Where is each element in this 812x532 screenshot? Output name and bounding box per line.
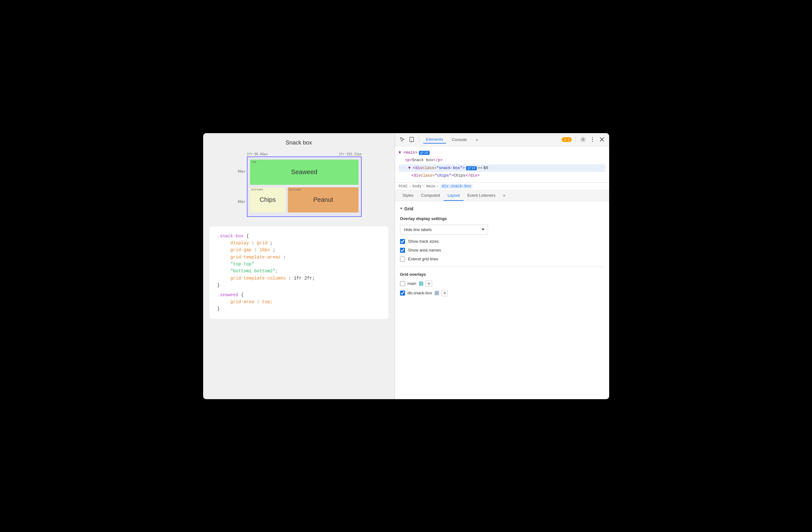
show-track-sizes-row: Show track sizes [400,239,604,244]
grid-section-header[interactable]: Grid [400,206,604,211]
tab-styles[interactable]: Styles [399,191,417,201]
code-line-9: .seaweed { [217,292,380,298]
tab-more-panels[interactable]: » [499,191,509,201]
show-track-sizes-label: Show track sizes [408,239,439,244]
code-line-4: grid-template-areas : [217,254,380,261]
overlay-settings-title: Overlay display settings [400,216,604,221]
tab-console[interactable]: Console [449,136,470,143]
grid-cell-bottom1: bottom1 Chips [250,187,285,212]
code-class2: .seaweed [217,292,238,297]
show-area-names-row: Show area names [400,248,604,253]
overlay-main-label: main [408,281,416,286]
breadcrumb-snackbox[interactable]: div.snack-box [440,184,473,189]
tab-elements[interactable]: Elements [423,136,446,143]
code-line-2: display : grid ; [217,240,380,247]
area-label-top: top [251,160,256,163]
extend-grid-lines-checkbox[interactable] [400,256,405,262]
overlay-snackbox-row: div.snack-box ⊞ [400,290,604,296]
dom-line-main: ▼ <main> grid [399,149,605,157]
grid-collapse-icon [400,208,403,209]
overlay-main-color-swatch [419,281,423,286]
panel-title: Snack box [209,139,388,146]
dom-tree: ▼ <main> grid <p> Snack box </p> ··· ▼ <… [395,146,609,183]
svg-point-4 [592,139,593,140]
breadcrumb-body[interactable]: body [412,184,422,188]
code-line-6: "bottom1 bottom2"; [217,268,380,275]
code-val4: 1fr 2fr; [294,276,315,281]
code-line-11: } [217,305,380,312]
code-prop3: grid-template-areas [231,255,281,260]
grid-cell-bottom2: bottom2 Peanut [288,187,359,212]
code-block: .snack-box { display : grid ; grid-gap :… [209,226,388,319]
toolbar-separator-1 [419,136,419,143]
dom-line-chips: <div class= "chips" > Chips </div> [399,172,605,180]
inspect-icon[interactable] [399,136,406,143]
warning-count: 1 [568,138,569,141]
cell-bottom2-text: Peanut [313,196,333,204]
overlay-snackbox-grid-icon[interactable]: ⊞ [441,290,448,296]
settings-icon[interactable] [580,136,586,143]
tab-more[interactable]: » [472,136,481,143]
left-panel: Snack box 1fr·96.66px 2fr·193.32px 80px … [203,133,395,399]
code-val2: 10px [259,248,270,252]
device-icon[interactable] [408,136,415,143]
tab-event-listeners[interactable]: Event Listeners [464,191,499,201]
overlay-snackbox-color-swatch [435,291,439,295]
svg-point-5 [592,141,593,142]
browser-window: Snack box 1fr·96.66px 2fr·193.32px 80px … [203,133,609,399]
row-labels: 80px 80px [236,156,247,217]
dom-line-snackbox[interactable]: ··· ▼ <div class= "snack-box" > grid == … [399,164,605,172]
grid-overlays-title: Grid overlays [400,272,604,277]
grid-visualization: 1fr·96.66px 2fr·193.32px 80px 80px top S… [236,152,362,217]
overlay-main-grid-icon[interactable]: ⊞ [426,280,432,287]
row1-label: 80px [236,156,247,187]
grid-outer-border: top Seaweed bottom1 Chips bottom2 Peanut [247,156,362,217]
devtools-panel: Elements Console » ⚠ 1 [395,133,609,399]
toolbar-separator-2 [576,136,576,143]
overlay-main-checkbox[interactable] [400,281,405,286]
breadcrumb: html › body › main › div.snack-box [395,183,609,191]
code-line-10: grid-area : top; [217,298,380,305]
code-prop1: display [231,240,249,246]
measurement-col2: 2fr·193.32px [339,152,362,156]
code-prop2: grid-gap [231,248,251,252]
code-class1: .snack-box [217,234,244,239]
show-area-names-checkbox[interactable] [400,248,405,253]
tab-layout[interactable]: Layout [444,191,464,201]
grid-inner: top Seaweed bottom1 Chips bottom2 Peanut [250,159,359,212]
code-line-8: } [217,282,380,289]
more-options-icon[interactable] [589,136,596,143]
panel-tabs: Styles Computed Layout Event Listeners » [395,191,609,201]
line-labels-dropdown[interactable]: Hide line labels Show line numbers Show … [400,225,488,235]
code-line-1: .snack-box { [217,233,380,240]
main-content: Snack box 1fr·96.66px 2fr·193.32px 80px … [203,133,609,399]
code-str1: "top top" [231,262,255,267]
area-label-bottom1: bottom1 [251,188,263,191]
code-str2: "bottom1 bottom2"; [231,268,278,274]
cell-bottom1-text: Chips [260,196,276,204]
row2-label: 80px [236,187,247,217]
grid-cell-top: top Seaweed [250,159,359,185]
code-line-3: grid-gap : 10px ; [217,247,380,253]
extend-grid-lines-row: Extend grid lines [400,256,604,262]
overlay-main-row: main ⊞ [400,280,604,287]
code-prop5: grid-area [231,299,255,304]
section-divider [400,267,604,267]
tab-computed[interactable]: Computed [417,191,444,201]
warning-badge: ⚠ 1 [562,137,571,142]
svg-point-3 [592,137,593,138]
breadcrumb-html[interactable]: html [399,184,408,188]
snackbox-grid-badge: grid [466,166,477,170]
close-icon[interactable] [598,136,605,143]
main-grid-badge: grid [419,151,430,155]
grid-section-label: Grid [404,206,414,211]
devtools-toolbar: Elements Console » ⚠ 1 [395,133,609,146]
show-area-names-label: Show area names [408,248,441,252]
layout-content: Grid Overlay display settings Hide line … [395,201,609,399]
overlay-snackbox-checkbox[interactable] [400,291,405,296]
grid-rows: 80px 80px top Seaweed bottom1 Chips [236,156,362,217]
code-val1: grid [257,240,267,246]
show-track-sizes-checkbox[interactable] [400,239,405,244]
extend-grid-lines-label: Extend grid lines [408,256,438,261]
breadcrumb-main[interactable]: main [426,184,436,188]
